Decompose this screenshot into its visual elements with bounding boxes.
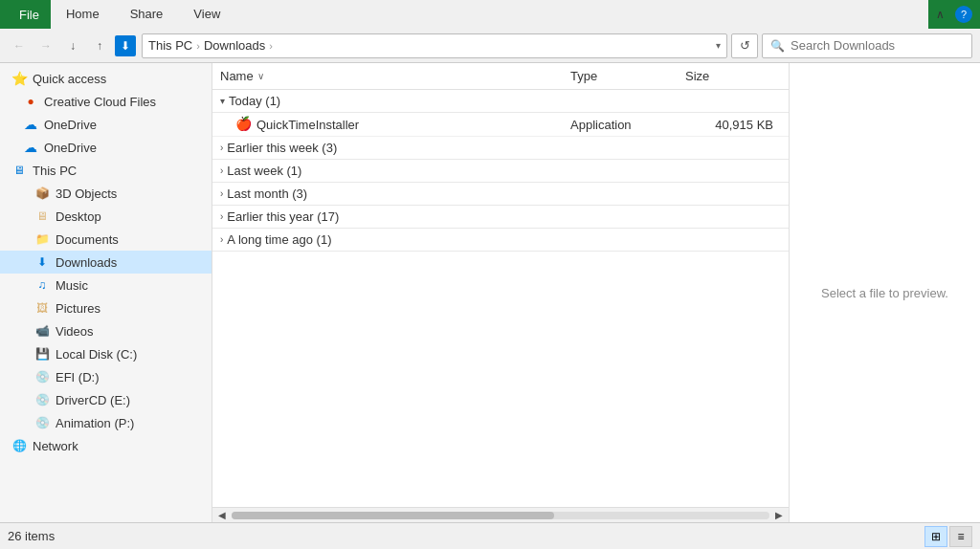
collapse-ribbon-button[interactable]: ∧	[928, 3, 951, 26]
videos-icon: 📹	[34, 323, 50, 339]
refresh-button[interactable]: ↺	[731, 33, 758, 58]
sidebar-item-downloads[interactable]: ⬇ Downloads	[0, 251, 212, 274]
back-button[interactable]: ←	[8, 34, 31, 57]
sidebar-item-music[interactable]: ♫ Music	[0, 274, 212, 296]
sidebar-label-pictures: Pictures	[56, 301, 100, 316]
tab-view[interactable]: View	[178, 0, 235, 29]
search-icon: 🔍	[770, 39, 785, 53]
creativecloud-icon: ●	[23, 94, 38, 109]
sidebar-item-videos[interactable]: 📹 Videos	[0, 319, 212, 342]
scroll-track[interactable]	[232, 512, 769, 519]
animation-icon: 💿	[34, 415, 50, 430]
quickaccess-icon: ⭐	[11, 71, 27, 86]
search-input[interactable]	[791, 38, 964, 53]
group-last-month-toggle: ›	[220, 188, 223, 199]
group-today[interactable]: ▾ Today (1)	[212, 90, 789, 113]
file-size-quicktime: 40,915 KB	[685, 118, 781, 132]
sidebar-label-creativecloud: Creative Cloud Files	[44, 95, 156, 109]
group-this-year[interactable]: › Earlier this year (17)	[212, 206, 789, 229]
sidebar-label-animation: Animation (P:)	[56, 416, 134, 430]
sidebar-label-downloads: Downloads	[56, 255, 117, 270]
sidebar-label-thispc: This PC	[33, 164, 77, 178]
sidebar-label-localdisk: Local Disk (C:)	[56, 347, 137, 362]
file-type-quicktime: Application	[570, 118, 685, 132]
main-content: ⭐ Quick access ● Creative Cloud Files ☁ …	[0, 63, 980, 522]
address-this-pc[interactable]: This PC	[148, 38, 192, 53]
view-controls: ⊞ ≡	[924, 526, 972, 547]
tab-share[interactable]: Share	[115, 0, 179, 29]
sidebar-item-pictures[interactable]: 🖼 Pictures	[0, 296, 212, 319]
sidebar-label-videos: Videos	[56, 324, 94, 339]
address-bar[interactable]: This PC › Downloads › ▾	[142, 33, 727, 58]
col-name-header[interactable]: Name ∨	[220, 69, 570, 83]
address-downloads[interactable]: Downloads	[204, 38, 265, 53]
scroll-thumb[interactable]	[232, 512, 554, 519]
pictures-icon: 🖼	[34, 300, 50, 316]
grid-view-button[interactable]: ⊞	[924, 526, 947, 547]
sidebar-item-animation[interactable]: 💿 Animation (P:)	[0, 411, 212, 434]
onedrive1-icon: ☁	[23, 117, 38, 132]
file-row-quicktime[interactable]: 🍎 QuickTimeInstaller Application 40,915 …	[212, 113, 789, 137]
recent-locations-button[interactable]: ↓	[61, 34, 84, 57]
list-view-button[interactable]: ≡	[949, 526, 972, 547]
group-last-month-label: Last month (3)	[227, 187, 307, 201]
sidebar-item-quickaccess[interactable]: ⭐ Quick access	[0, 67, 212, 90]
onedrive2-icon: ☁	[23, 140, 38, 155]
scroll-right-arrow[interactable]: ▶	[773, 510, 785, 520]
sidebar-item-onedrive2[interactable]: ☁ OneDrive	[0, 136, 212, 159]
scroll-left-arrow[interactable]: ◀	[216, 510, 228, 520]
sidebar-item-network[interactable]: 🌐 Network	[0, 434, 212, 457]
sidebar-item-desktop[interactable]: 🖥 Desktop	[0, 205, 212, 228]
sidebar-item-documents[interactable]: 📁 Documents	[0, 228, 212, 251]
group-long-ago-label: A long time ago (1)	[227, 232, 331, 247]
sort-icon: ∨	[257, 71, 264, 81]
group-this-year-toggle: ›	[220, 211, 223, 222]
sidebar-item-3dobjects[interactable]: 📦 3D Objects	[0, 182, 212, 205]
downloads-nav-icon: ⬇	[115, 35, 136, 56]
group-today-label: Today (1)	[229, 94, 280, 108]
title-bar-controls: ∧ ?	[928, 3, 972, 26]
efi-icon: 💿	[34, 369, 50, 384]
col-type-header[interactable]: Type	[570, 69, 685, 83]
status-bar: 26 items ⊞ ≡	[0, 522, 980, 549]
sidebar-label-drivercd: DriverCD (E:)	[56, 393, 130, 407]
forward-button[interactable]: →	[34, 34, 57, 57]
sidebar-label-music: Music	[56, 278, 88, 293]
sidebar-item-efi[interactable]: 💿 EFI (D:)	[0, 365, 212, 388]
quicktime-icon: 🍎	[235, 116, 253, 133]
sidebar-item-drivercd[interactable]: 💿 DriverCD (E:)	[0, 388, 212, 411]
sidebar-item-onedrive1[interactable]: ☁ OneDrive	[0, 113, 212, 136]
search-bar[interactable]: 🔍	[762, 33, 972, 58]
music-icon: ♫	[34, 277, 50, 293]
sidebar-item-thispc[interactable]: 🖥 This PC	[0, 159, 212, 182]
up-button[interactable]: ↑	[88, 34, 111, 57]
sidebar-label-documents: Documents	[56, 232, 119, 247]
documents-icon: 📁	[34, 231, 50, 247]
sidebar-item-creativecloud[interactable]: ● Creative Cloud Files	[0, 90, 212, 113]
sidebar-item-localdisk[interactable]: 💾 Local Disk (C:)	[0, 342, 212, 365]
tab-home[interactable]: Home	[51, 0, 115, 29]
group-last-week-label: Last week (1)	[227, 164, 301, 178]
horizontal-scrollbar[interactable]: ◀ ▶	[212, 507, 789, 522]
group-this-week[interactable]: › Earlier this week (3)	[212, 137, 789, 160]
sidebar-label-desktop: Desktop	[56, 209, 101, 224]
group-today-toggle: ▾	[220, 96, 225, 106]
sidebar-label-network: Network	[33, 439, 78, 453]
drivercd-icon: 💿	[34, 392, 50, 407]
help-button[interactable]: ?	[955, 6, 972, 23]
3dobjects-icon: 📦	[34, 186, 50, 201]
group-last-month[interactable]: › Last month (3)	[212, 183, 789, 206]
group-long-ago[interactable]: › A long time ago (1)	[212, 229, 789, 252]
desktop-icon: 🖥	[34, 209, 50, 224]
col-size-header[interactable]: Size	[685, 69, 781, 83]
sidebar-label-3dobjects: 3D Objects	[56, 187, 117, 201]
title-bar: File Home Share View ∧ ?	[0, 0, 980, 29]
group-this-week-toggle: ›	[220, 143, 223, 153]
sidebar: ⭐ Quick access ● Creative Cloud Files ☁ …	[0, 63, 212, 522]
file-name-quicktime: QuickTimeInstaller	[256, 118, 570, 132]
file-area: Name ∨ Type Size ▾ Today (1) 🍎 QuickTime…	[212, 63, 789, 522]
address-dropdown-icon[interactable]: ▾	[716, 40, 721, 51]
group-last-week[interactable]: › Last week (1)	[212, 160, 789, 183]
group-last-week-toggle: ›	[220, 165, 223, 176]
file-menu-button[interactable]: File	[8, 0, 51, 29]
